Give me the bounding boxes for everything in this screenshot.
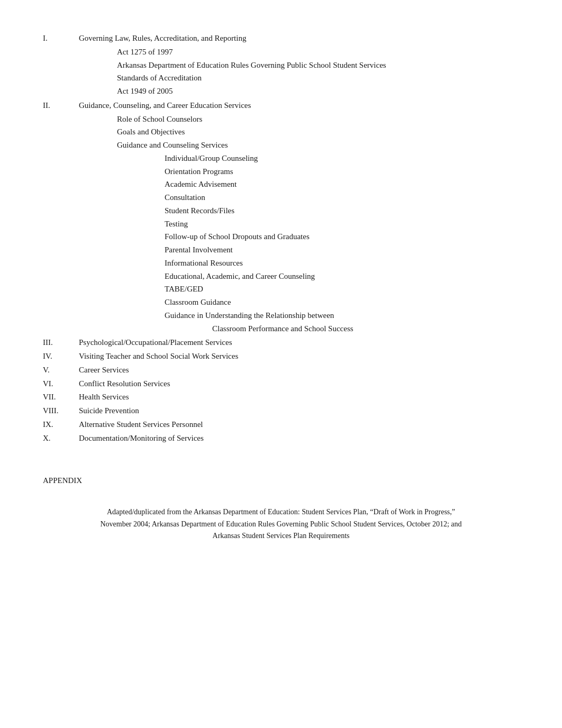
toc-container: I. Governing Law, Rules, Accreditation, … — [43, 32, 519, 542]
toc-sub-sub-item-II-3-8: Parental Involvement — [165, 243, 519, 257]
toc-label-VII: Health Services — [79, 390, 519, 404]
toc-label-I: Governing Law, Rules, Accreditation, and… — [79, 32, 519, 45]
roman-numeral-II: II. — [43, 99, 79, 112]
toc-label-X: Documentation/Monitoring of Services — [79, 432, 519, 445]
toc-item-III: III. Psychological/Occupational/Placemen… — [43, 336, 519, 349]
toc-sub-item-I-2: Arkansas Department of Education Rules G… — [117, 59, 519, 72]
toc-sub-item-I-1: Act 1275 of 1997 — [117, 46, 519, 59]
toc-sub-sub-item-II-3-3: Academic Advisement — [165, 178, 519, 191]
toc-item-VII: VII. Health Services — [43, 390, 519, 404]
toc-sub-sub-item-II-3-11: TABE/GED — [165, 283, 519, 296]
toc-sub-sub-item-II-3-1: Individual/Group Counseling — [165, 152, 519, 165]
toc-sub-sub-sub-item-1: Classroom Performance and School Success — [212, 322, 519, 335]
toc-sub-sub-item-II-3-4: Consultation — [165, 191, 519, 204]
appendix-footer: Adapted/duplicated from the Arkansas Dep… — [96, 506, 466, 542]
toc-item-II: II. Guidance, Counseling, and Career Edu… — [43, 99, 519, 112]
roman-numeral-V: V. — [43, 363, 79, 377]
toc-sub-sub-item-II-3-12: Classroom Guidance — [165, 296, 519, 309]
appendix-section: APPENDIX Adapted/duplicated from the Ark… — [43, 476, 519, 542]
roman-numeral-IX: IX. — [43, 418, 79, 431]
toc-subitems-II: Role of School Counselors Goals and Obje… — [117, 113, 519, 335]
toc-sub-sub-item-II-3-7: Follow-up of School Dropouts and Graduat… — [165, 230, 519, 243]
toc-sub-item-I-3: Standards of Accreditation — [117, 71, 519, 85]
toc-sub-sub-item-II-3-13: Guidance in Understanding the Relationsh… — [165, 309, 519, 322]
roman-numeral-VI: VI. — [43, 377, 79, 390]
roman-numeral-X: X. — [43, 432, 79, 445]
toc-sub-subitems-II-3: Individual/Group Counseling Orientation … — [165, 152, 519, 335]
appendix-title: APPENDIX — [43, 476, 519, 485]
toc-label-VIII: Suicide Prevention — [79, 404, 519, 417]
toc-sub-sub-item-II-3-9: Informational Resources — [165, 257, 519, 270]
toc-sub-item-II-2: Goals and Objectives — [117, 125, 519, 139]
toc-sub-item-II-3: Guidance and Counseling Services — [117, 139, 519, 152]
toc-item-X: X. Documentation/Monitoring of Services — [43, 432, 519, 445]
toc-label-II: Guidance, Counseling, and Career Educati… — [79, 99, 519, 112]
toc-subitems-I: Act 1275 of 1997 Arkansas Department of … — [117, 46, 519, 98]
toc-sub-sub-sub-items: Classroom Performance and School Success — [212, 322, 519, 335]
toc-sub-sub-item-II-3-10: Educational, Academic, and Career Counse… — [165, 270, 519, 283]
toc-label-IV: Visiting Teacher and School Social Work … — [79, 350, 519, 363]
roman-numeral-VIII: VIII. — [43, 404, 79, 417]
toc-item-VI: VI. Conflict Resolution Services — [43, 377, 519, 390]
toc-label-IX: Alternative Student Services Personnel — [79, 418, 519, 431]
roman-numeral-I: I. — [43, 32, 79, 45]
toc-item-IX: IX. Alternative Student Services Personn… — [43, 418, 519, 431]
toc-label-III: Psychological/Occupational/Placement Ser… — [79, 336, 519, 349]
roman-numeral-IV: IV. — [43, 350, 79, 363]
toc-sub-item-I-4: Act 1949 of 2005 — [117, 85, 519, 98]
toc-item-V: V. Career Services — [43, 363, 519, 377]
toc-item-IV: IV. Visiting Teacher and School Social W… — [43, 350, 519, 363]
roman-numeral-VII: VII. — [43, 390, 79, 404]
roman-numeral-III: III. — [43, 336, 79, 349]
toc-sub-item-II-1: Role of School Counselors — [117, 113, 519, 126]
toc-sub-sub-item-II-3-5: Student Records/Files — [165, 204, 519, 217]
toc-sub-sub-item-II-3-6: Testing — [165, 217, 519, 231]
toc-sub-sub-item-II-3-2: Orientation Programs — [165, 165, 519, 178]
toc-item-VIII: VIII. Suicide Prevention — [43, 404, 519, 417]
toc-label-VI: Conflict Resolution Services — [79, 377, 519, 390]
toc-item-I: I. Governing Law, Rules, Accreditation, … — [43, 32, 519, 45]
toc-label-V: Career Services — [79, 363, 519, 377]
